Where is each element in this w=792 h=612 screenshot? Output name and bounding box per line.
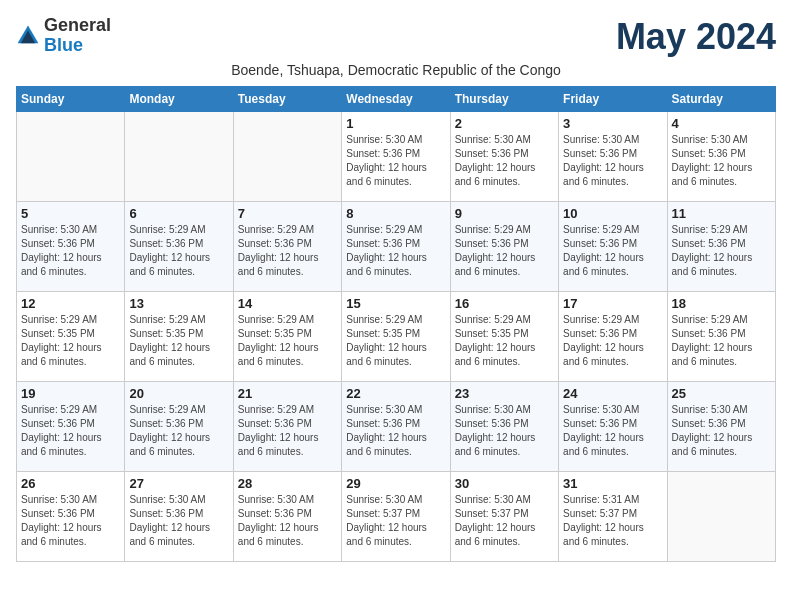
day-number: 13 [129, 296, 228, 311]
day-info: Sunrise: 5:29 AM Sunset: 5:35 PM Dayligh… [238, 313, 337, 369]
calendar-cell: 11Sunrise: 5:29 AM Sunset: 5:36 PM Dayli… [667, 202, 775, 292]
calendar-cell: 13Sunrise: 5:29 AM Sunset: 5:35 PM Dayli… [125, 292, 233, 382]
day-number: 4 [672, 116, 771, 131]
calendar-cell: 7Sunrise: 5:29 AM Sunset: 5:36 PM Daylig… [233, 202, 341, 292]
day-info: Sunrise: 5:29 AM Sunset: 5:36 PM Dayligh… [346, 223, 445, 279]
month-title: May 2024 [616, 16, 776, 58]
header-thursday: Thursday [450, 87, 558, 112]
calendar-cell: 16Sunrise: 5:29 AM Sunset: 5:35 PM Dayli… [450, 292, 558, 382]
day-info: Sunrise: 5:30 AM Sunset: 5:36 PM Dayligh… [129, 493, 228, 549]
day-number: 20 [129, 386, 228, 401]
header-friday: Friday [559, 87, 667, 112]
calendar-cell: 1Sunrise: 5:30 AM Sunset: 5:36 PM Daylig… [342, 112, 450, 202]
day-info: Sunrise: 5:29 AM Sunset: 5:35 PM Dayligh… [21, 313, 120, 369]
calendar-cell: 14Sunrise: 5:29 AM Sunset: 5:35 PM Dayli… [233, 292, 341, 382]
day-info: Sunrise: 5:31 AM Sunset: 5:37 PM Dayligh… [563, 493, 662, 549]
logo: General Blue [16, 16, 111, 56]
day-info: Sunrise: 5:29 AM Sunset: 5:36 PM Dayligh… [129, 223, 228, 279]
calendar-cell: 28Sunrise: 5:30 AM Sunset: 5:36 PM Dayli… [233, 472, 341, 562]
day-info: Sunrise: 5:29 AM Sunset: 5:36 PM Dayligh… [672, 313, 771, 369]
day-info: Sunrise: 5:29 AM Sunset: 5:36 PM Dayligh… [672, 223, 771, 279]
calendar-week-row: 1Sunrise: 5:30 AM Sunset: 5:36 PM Daylig… [17, 112, 776, 202]
calendar-week-row: 19Sunrise: 5:29 AM Sunset: 5:36 PM Dayli… [17, 382, 776, 472]
day-number: 22 [346, 386, 445, 401]
day-info: Sunrise: 5:30 AM Sunset: 5:36 PM Dayligh… [346, 133, 445, 189]
logo-blue: Blue [44, 36, 111, 56]
day-number: 29 [346, 476, 445, 491]
day-info: Sunrise: 5:30 AM Sunset: 5:36 PM Dayligh… [455, 403, 554, 459]
calendar-cell: 10Sunrise: 5:29 AM Sunset: 5:36 PM Dayli… [559, 202, 667, 292]
calendar-week-row: 26Sunrise: 5:30 AM Sunset: 5:36 PM Dayli… [17, 472, 776, 562]
day-info: Sunrise: 5:29 AM Sunset: 5:36 PM Dayligh… [455, 223, 554, 279]
day-info: Sunrise: 5:30 AM Sunset: 5:37 PM Dayligh… [346, 493, 445, 549]
day-info: Sunrise: 5:29 AM Sunset: 5:36 PM Dayligh… [21, 403, 120, 459]
day-info: Sunrise: 5:30 AM Sunset: 5:36 PM Dayligh… [563, 133, 662, 189]
calendar-cell: 23Sunrise: 5:30 AM Sunset: 5:36 PM Dayli… [450, 382, 558, 472]
calendar-cell: 9Sunrise: 5:29 AM Sunset: 5:36 PM Daylig… [450, 202, 558, 292]
day-number: 6 [129, 206, 228, 221]
day-number: 31 [563, 476, 662, 491]
calendar-cell: 26Sunrise: 5:30 AM Sunset: 5:36 PM Dayli… [17, 472, 125, 562]
day-number: 24 [563, 386, 662, 401]
calendar-cell: 12Sunrise: 5:29 AM Sunset: 5:35 PM Dayli… [17, 292, 125, 382]
calendar-cell: 8Sunrise: 5:29 AM Sunset: 5:36 PM Daylig… [342, 202, 450, 292]
calendar-cell: 27Sunrise: 5:30 AM Sunset: 5:36 PM Dayli… [125, 472, 233, 562]
calendar-cell: 18Sunrise: 5:29 AM Sunset: 5:36 PM Dayli… [667, 292, 775, 382]
day-info: Sunrise: 5:29 AM Sunset: 5:36 PM Dayligh… [129, 403, 228, 459]
day-number: 1 [346, 116, 445, 131]
header-tuesday: Tuesday [233, 87, 341, 112]
day-number: 14 [238, 296, 337, 311]
calendar-cell: 17Sunrise: 5:29 AM Sunset: 5:36 PM Dayli… [559, 292, 667, 382]
day-info: Sunrise: 5:29 AM Sunset: 5:35 PM Dayligh… [346, 313, 445, 369]
day-number: 2 [455, 116, 554, 131]
day-number: 7 [238, 206, 337, 221]
header-saturday: Saturday [667, 87, 775, 112]
header-sunday: Sunday [17, 87, 125, 112]
day-number: 30 [455, 476, 554, 491]
calendar-subtitle: Boende, Tshuapa, Democratic Republic of … [16, 62, 776, 78]
day-number: 28 [238, 476, 337, 491]
day-info: Sunrise: 5:30 AM Sunset: 5:36 PM Dayligh… [672, 133, 771, 189]
calendar-cell: 3Sunrise: 5:30 AM Sunset: 5:36 PM Daylig… [559, 112, 667, 202]
calendar-cell: 24Sunrise: 5:30 AM Sunset: 5:36 PM Dayli… [559, 382, 667, 472]
calendar-cell: 5Sunrise: 5:30 AM Sunset: 5:36 PM Daylig… [17, 202, 125, 292]
day-number: 8 [346, 206, 445, 221]
day-info: Sunrise: 5:30 AM Sunset: 5:36 PM Dayligh… [346, 403, 445, 459]
day-info: Sunrise: 5:30 AM Sunset: 5:36 PM Dayligh… [21, 223, 120, 279]
calendar-cell [17, 112, 125, 202]
day-number: 23 [455, 386, 554, 401]
day-info: Sunrise: 5:30 AM Sunset: 5:36 PM Dayligh… [672, 403, 771, 459]
page-header: General Blue May 2024 [16, 16, 776, 58]
day-number: 16 [455, 296, 554, 311]
logo-text: General Blue [44, 16, 111, 56]
calendar-cell: 4Sunrise: 5:30 AM Sunset: 5:36 PM Daylig… [667, 112, 775, 202]
day-number: 19 [21, 386, 120, 401]
day-number: 27 [129, 476, 228, 491]
calendar-cell: 19Sunrise: 5:29 AM Sunset: 5:36 PM Dayli… [17, 382, 125, 472]
calendar-cell: 29Sunrise: 5:30 AM Sunset: 5:37 PM Dayli… [342, 472, 450, 562]
day-info: Sunrise: 5:30 AM Sunset: 5:36 PM Dayligh… [455, 133, 554, 189]
calendar-cell: 21Sunrise: 5:29 AM Sunset: 5:36 PM Dayli… [233, 382, 341, 472]
day-info: Sunrise: 5:30 AM Sunset: 5:36 PM Dayligh… [21, 493, 120, 549]
calendar-table: SundayMondayTuesdayWednesdayThursdayFrid… [16, 86, 776, 562]
header-monday: Monday [125, 87, 233, 112]
day-number: 11 [672, 206, 771, 221]
day-info: Sunrise: 5:29 AM Sunset: 5:36 PM Dayligh… [238, 403, 337, 459]
day-number: 25 [672, 386, 771, 401]
logo-general: General [44, 16, 111, 36]
header-wednesday: Wednesday [342, 87, 450, 112]
calendar-cell [667, 472, 775, 562]
day-info: Sunrise: 5:30 AM Sunset: 5:37 PM Dayligh… [455, 493, 554, 549]
calendar-cell: 15Sunrise: 5:29 AM Sunset: 5:35 PM Dayli… [342, 292, 450, 382]
calendar-cell: 22Sunrise: 5:30 AM Sunset: 5:36 PM Dayli… [342, 382, 450, 472]
day-number: 12 [21, 296, 120, 311]
calendar-week-row: 12Sunrise: 5:29 AM Sunset: 5:35 PM Dayli… [17, 292, 776, 382]
day-number: 3 [563, 116, 662, 131]
calendar-header-row: SundayMondayTuesdayWednesdayThursdayFrid… [17, 87, 776, 112]
calendar-cell: 2Sunrise: 5:30 AM Sunset: 5:36 PM Daylig… [450, 112, 558, 202]
calendar-cell: 6Sunrise: 5:29 AM Sunset: 5:36 PM Daylig… [125, 202, 233, 292]
day-info: Sunrise: 5:30 AM Sunset: 5:36 PM Dayligh… [238, 493, 337, 549]
day-info: Sunrise: 5:29 AM Sunset: 5:36 PM Dayligh… [563, 223, 662, 279]
day-number: 21 [238, 386, 337, 401]
calendar-cell [233, 112, 341, 202]
